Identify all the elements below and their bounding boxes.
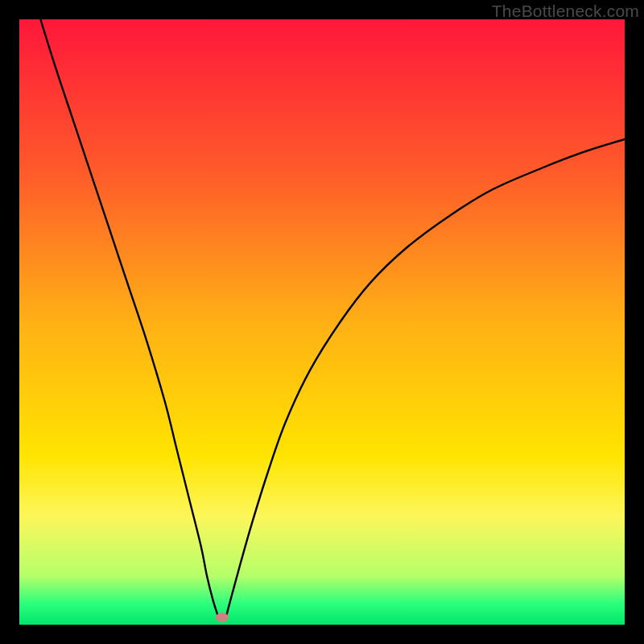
chart-frame [19, 19, 625, 625]
bottleneck-chart [19, 19, 625, 625]
min-point-marker [216, 613, 229, 622]
chart-background [19, 19, 625, 625]
watermark-text: TheBottleneck.com [492, 2, 639, 21]
